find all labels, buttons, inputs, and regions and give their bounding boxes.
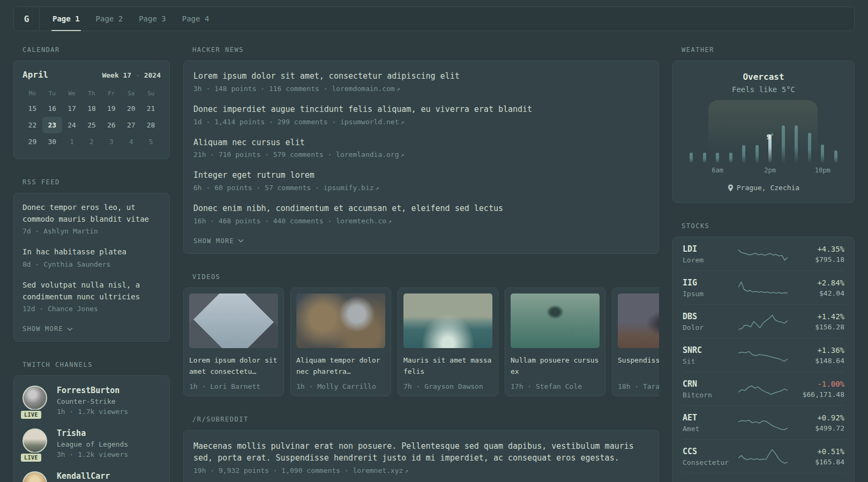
twitch-category[interactable]: League of Legends: [57, 440, 128, 448]
video-meta: 1h · Molly Carrillo: [296, 382, 385, 390]
hn-item-title[interactable]: Aliquam nec cursus elit: [193, 137, 649, 149]
hn-item-title[interactable]: Donec enim nibh, condimentum et accumsan…: [193, 203, 649, 215]
calendar-grid: 1516171819202122232425262728293012345: [23, 100, 161, 150]
tab-page-1[interactable]: Page 1: [51, 7, 81, 31]
calendar-day: 25: [82, 117, 102, 133]
twitch-channel-row: LIVE ForrestBurton Counter-Strike 1h · 1…: [23, 386, 161, 416]
rss-show-more-button[interactable]: SHOW MORE: [23, 325, 73, 333]
weather-widget: WEATHER Overcast Feels like 5°C 9° 6am 2…: [672, 46, 855, 203]
subreddit-post-meta: 19h · 9,932 points · 1,090 comments · lo…: [193, 466, 649, 475]
subreddit-widget: /R/SUBREDDIT Maecenas mollis pulvinar er…: [183, 416, 659, 482]
calendar-day: 18: [82, 100, 102, 117]
calendar-day-name: Sa: [121, 86, 141, 100]
calendar-day-name: We: [62, 86, 82, 100]
calendar-day: 2: [82, 133, 102, 150]
rss-item-title[interactable]: In hac habitasse platea: [23, 246, 161, 258]
logo[interactable]: G: [14, 7, 40, 31]
stock-symbol: CCS: [683, 447, 738, 456]
top-nav-bar: G Page 1 Page 2 Page 3 Page 4: [13, 6, 855, 31]
calendar-day: 17: [62, 100, 82, 117]
tab-page-3[interactable]: Page 3: [138, 7, 167, 31]
video-thumbnail[interactable]: [296, 293, 385, 348]
hn-item-title[interactable]: Donec imperdiet augue tincidunt felis al…: [193, 104, 649, 116]
calendar-day: 4: [121, 133, 141, 150]
calendar-week-year: Week 17 · 2024: [102, 71, 161, 79]
hn-item-meta: 6h · 60 points · 57 comments · ipsumify.…: [193, 184, 649, 192]
stock-price: $148.64: [788, 357, 844, 365]
video-thumbnail[interactable]: [511, 293, 600, 348]
middle-column: HACKER NEWS Lorem ipsum dolor sit amet, …: [183, 46, 659, 482]
weather-location-text: Prague, Czechia: [737, 184, 799, 192]
live-badge: LIVE: [20, 410, 42, 420]
hn-domain-link[interactable]: ipsumworld.net: [340, 118, 399, 126]
hn-item-title[interactable]: Integer eget rutrum lorem: [193, 170, 649, 182]
weather-bar: [716, 153, 719, 163]
video-card: Lorem ipsum dolor sit amet consectetu… 1…: [183, 288, 284, 396]
avatar[interactable]: [23, 471, 47, 482]
stock-price: $156.28: [788, 323, 844, 331]
time-tick: 6am: [712, 167, 723, 174]
weather-bar: [742, 145, 745, 163]
hn-item-title[interactable]: Lorem ipsum dolor sit amet, consectetur …: [193, 71, 649, 82]
calendar-day: 20: [121, 100, 141, 117]
avatar[interactable]: [23, 428, 47, 453]
video-title[interactable]: Suspendisse diam: [618, 355, 659, 378]
tab-page-4[interactable]: Page 4: [181, 7, 211, 31]
hn-item: Aliquam nec cursus elit 21h · 710 points…: [193, 137, 649, 159]
hn-domain-link[interactable]: loremtech.co: [336, 217, 386, 225]
right-column: WEATHER Overcast Feels like 5°C 9° 6am 2…: [672, 46, 855, 482]
hn-item-meta: 1d · 1,414 points · 299 comments · ipsum…: [193, 118, 649, 126]
external-link-icon: ↗: [405, 467, 408, 475]
tab-page-2[interactable]: Page 2: [95, 7, 124, 31]
rss-item-title[interactable]: Sed volutpat nulla nisl, a condimentum n…: [23, 280, 161, 303]
subreddit-post-title[interactable]: Maecenas mollis pulvinar erat non posuer…: [193, 440, 649, 464]
calendar-day: 30: [42, 133, 62, 150]
calendar-day: 16: [42, 100, 62, 117]
subreddit-domain-link[interactable]: loremnet.xyz: [353, 466, 403, 475]
twitch-channel-name[interactable]: ForrestBurton: [57, 386, 128, 395]
calendar-day-selected: 23: [42, 117, 62, 133]
rss-item-meta: 7d · Ashlyn Martin: [23, 227, 161, 235]
weather-bar: [834, 150, 837, 163]
avatar[interactable]: [23, 386, 47, 410]
hn-domain-link[interactable]: loremlandia.org: [336, 150, 399, 159]
rss-item-title[interactable]: Donec tempor eros leo, ut commodo mauris…: [23, 202, 161, 225]
time-tick: 10pm: [815, 167, 830, 174]
rss-widget: RSS FEED Donec tempor eros leo, ut commo…: [13, 178, 170, 342]
twitch-channel-name[interactable]: Trisha: [57, 428, 128, 438]
weather-bar: [782, 125, 785, 163]
hn-show-more-button[interactable]: SHOW MORE: [193, 237, 244, 245]
video-thumbnail[interactable]: [618, 293, 659, 348]
twitch-channel-row: LIVE Trisha League of Legends 3h · 1.2k …: [23, 428, 161, 458]
stock-change: +4.35%: [788, 245, 844, 253]
calendar-day: 5: [141, 133, 161, 150]
calendar-day: 28: [141, 117, 161, 133]
videos-row: Lorem ipsum dolor sit amet consectetu… 1…: [183, 288, 659, 396]
hn-domain-link[interactable]: ipsumify.biz: [324, 184, 374, 192]
stock-sparkline: [738, 279, 788, 297]
video-thumbnail[interactable]: [189, 293, 278, 348]
calendar-widget: CALENDAR April Week 17 · 2024 MoTuWeThFr…: [13, 46, 170, 159]
separator-dot: ·: [136, 71, 140, 79]
stock-price: $795.18: [788, 255, 844, 263]
video-title[interactable]: Lorem ipsum dolor sit amet consectetu…: [189, 355, 278, 378]
stock-name: Consectetur: [683, 458, 738, 466]
video-thumbnail[interactable]: [403, 293, 492, 348]
twitch-category[interactable]: Counter-Strike: [57, 397, 128, 405]
calendar-day: 24: [62, 117, 82, 133]
hn-domain-link[interactable]: loremdomain.com: [332, 85, 394, 93]
weather-location: Prague, Czechia: [683, 184, 844, 192]
twitch-avatar-wrap: LIVE: [23, 471, 48, 482]
calendar-day: 1: [62, 133, 82, 150]
section-title-weather: WEATHER: [672, 46, 855, 54]
stock-name: Amet: [683, 425, 738, 433]
weather-chart: 9° 6am 2pm 10pm: [683, 118, 844, 176]
calendar-day: 27: [121, 117, 141, 133]
stock-sparkline: [738, 380, 788, 398]
video-title[interactable]: Aliquam tempor dolor nec pharetra…: [296, 355, 385, 378]
video-title[interactable]: Nullam posuere cursus ex: [511, 355, 600, 378]
twitch-channel-name[interactable]: KendallCarr: [57, 471, 110, 481]
calendar-day: 26: [101, 117, 121, 133]
video-title[interactable]: Mauris sit amet massa felis: [403, 355, 492, 378]
calendar-day-name: Fr: [101, 86, 121, 100]
